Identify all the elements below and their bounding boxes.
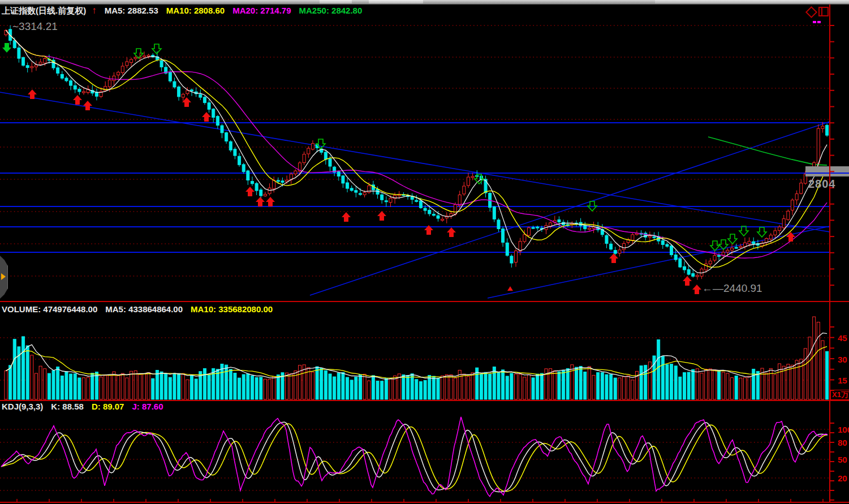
buy-signal-arrow	[256, 197, 265, 206]
volume-value: VOLUME: 474976448.00	[2, 304, 97, 314]
kdj-axis-50: 50	[838, 455, 847, 464]
sell-signal-arrow	[728, 234, 737, 244]
sell-signal-arrow	[152, 44, 161, 54]
volume-header: VOLUME: 474976448.00MA5: 433864864.00MA1…	[2, 304, 281, 314]
buy-signal-arrow	[182, 97, 191, 107]
buy-signal-arrow	[377, 211, 386, 221]
kdj-j-value: J: 87.60	[132, 402, 163, 411]
ma20-value: MA20: 2714.79	[232, 6, 291, 15]
vol-axis-45: 45	[838, 333, 847, 343]
toolbar-segment[interactable]	[369, 0, 423, 3]
sell-signal-arrow	[710, 241, 719, 251]
magenta-marker-icon	[817, 21, 821, 23]
small-signal-mark	[507, 286, 513, 291]
buy-signal-arrow	[266, 197, 275, 206]
sell-signal-arrow	[739, 226, 748, 236]
flyout-arrow-icon	[1, 273, 6, 280]
buy-signal-arrow	[28, 89, 37, 99]
sell-signal-arrow	[757, 227, 766, 237]
stock-app-window: { "header": { "title": "上证指数(日线.前复权)", "…	[0, 0, 849, 504]
window-split-icon[interactable]	[818, 7, 829, 16]
vol-axis-15: 15	[838, 376, 847, 385]
kdj-axis-80: 80	[838, 438, 847, 447]
volume-ma5: MA5: 433864864.00	[105, 304, 183, 314]
toolbar-segment[interactable]	[320, 0, 352, 3]
current-price-tag: 2804	[808, 178, 836, 191]
ma10-value: MA10: 2808.60	[166, 6, 225, 15]
symbol-title[interactable]: 上证指数(日线.前复权)	[2, 6, 86, 15]
volume-unit-box: X1万	[830, 390, 849, 400]
buy-signal-arrow	[342, 212, 351, 222]
kdj-header: KDJ(9,3,3)K: 88.58D: 89.07J: 87.60	[2, 402, 171, 411]
buy-signal-arrow	[692, 285, 701, 294]
kdj-title[interactable]: KDJ(9,3,3)	[2, 402, 43, 411]
volume-ma10: MA10: 335682080.00	[191, 304, 273, 314]
kdj-axis-100: 100	[838, 425, 849, 434]
buy-signal-arrow	[609, 253, 618, 263]
sell-signal-arrow	[2, 43, 11, 53]
buy-signal-arrow	[83, 101, 92, 110]
buy-signal-arrow	[683, 276, 692, 286]
ma250-value: MA250: 2842.80	[299, 6, 363, 15]
vol-axis-30: 30	[838, 355, 847, 364]
kdj-k-value: K: 88.58	[51, 402, 84, 411]
ma5-value: MA5: 2882.53	[105, 6, 158, 15]
low-price-annotation: ←—2440.91	[702, 282, 762, 295]
buy-signal-arrow	[447, 227, 456, 237]
magenta-marker-icon	[813, 21, 816, 23]
toolbar-segment[interactable]	[655, 0, 849, 3]
buy-signal-arrow	[73, 95, 82, 105]
high-price-annotation: ~3314.21	[12, 20, 58, 33]
window-top-strip	[0, 0, 849, 5]
buy-signal-arrow	[245, 187, 255, 196]
kdj-d-value: D: 89.07	[92, 402, 124, 411]
up-arrow-icon: ↑	[92, 5, 97, 16]
chart-canvas[interactable]	[0, 0, 849, 504]
kdj-axis-20: 20	[838, 473, 847, 483]
main-chart-header: 上证指数(日线.前复权)↑MA5: 2882.53MA10: 2808.60MA…	[2, 5, 370, 16]
buy-signal-arrow	[202, 112, 211, 122]
window-split-divider	[821, 8, 822, 15]
